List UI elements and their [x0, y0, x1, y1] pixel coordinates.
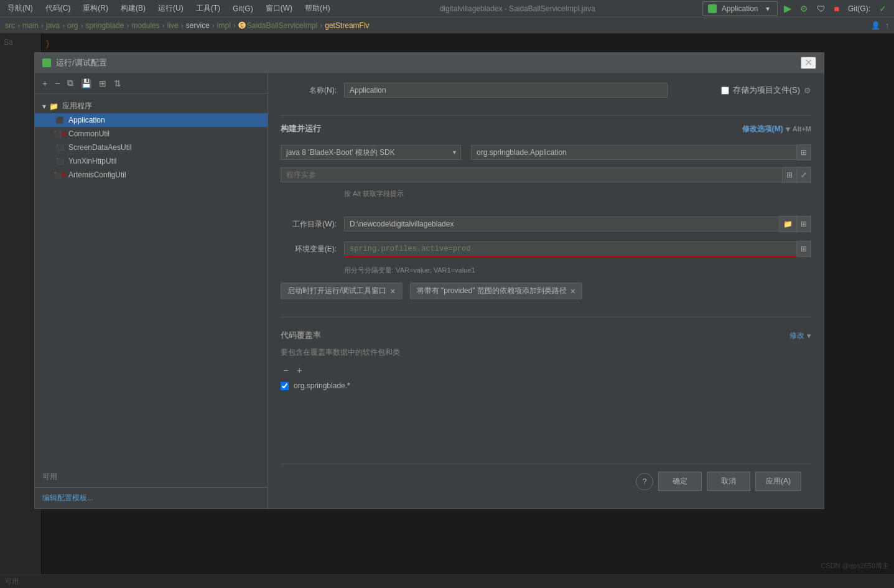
tree-item-application-label: Application: [68, 116, 105, 124]
coverage-item: org.springblade.*: [281, 380, 811, 391]
tag-run-debug-window: 启动时打开运行/调试工具窗口 ×: [281, 282, 403, 299]
app-icon: [708, 4, 717, 13]
tree-item-application[interactable]: ⬛ Application: [35, 113, 268, 127]
menu-build[interactable]: 构建(B): [118, 2, 148, 15]
help-button[interactable]: ?: [636, 473, 653, 490]
tree-item-commonutil[interactable]: ⬛✕ CommonUtil: [35, 127, 268, 141]
apply-button[interactable]: 应用(A): [755, 472, 801, 491]
breadcrumb-item-org[interactable]: org: [67, 21, 78, 30]
person-icon[interactable]: 👤: [871, 21, 880, 30]
expand-env-button[interactable]: ⊞: [797, 241, 811, 257]
save-config-button[interactable]: 💾: [78, 77, 94, 90]
menu-code[interactable]: 代码(C): [43, 2, 73, 15]
group-config-button[interactable]: ⊞: [96, 77, 109, 90]
build-run-label: 构建并运行: [281, 123, 321, 134]
remove-coverage-button[interactable]: −: [281, 364, 291, 376]
menu-help[interactable]: 帮助(H): [302, 2, 333, 15]
form-spacer: [281, 391, 811, 464]
tree-group-app: ▾ 📁 应用程序 ⬛ Application ⬛✕ Commo: [35, 96, 268, 184]
program-args-wrapper: ⊞ ⤢: [281, 167, 811, 183]
breadcrumb-item-service[interactable]: service: [186, 21, 210, 30]
menu-refactor[interactable]: 重构(R): [80, 2, 111, 15]
expand-args-button[interactable]: ⊞: [783, 167, 797, 183]
breadcrumb-item-modules[interactable]: modules: [131, 21, 159, 30]
copy-config-button[interactable]: ⧉: [65, 77, 76, 90]
menu-window[interactable]: 窗口(W): [263, 2, 295, 15]
build-run-title: 构建并运行 修改选项(M) ▾ Alt+M: [281, 123, 811, 137]
modify-shortcut: Alt+M: [793, 125, 811, 133]
sdk-select[interactable]: java 8 'BladeX-Boot' 模块的 SDK: [281, 145, 461, 160]
save-project-label: 存储为项目文件(S): [733, 85, 800, 96]
save-settings-icon[interactable]: ⚙: [804, 86, 811, 95]
window-title: digitalvillagebladex - SaidaBallServiceI…: [340, 3, 695, 14]
breadcrumb-method[interactable]: getStreamFlv: [325, 21, 369, 30]
coverage-modify-link[interactable]: 修改: [789, 330, 804, 341]
sort-config-button[interactable]: ⇅: [111, 77, 124, 90]
divider-1: [281, 115, 811, 116]
ok-button[interactable]: 确定: [658, 472, 702, 491]
config-toolbar: + − ⧉ 💾 ⊞ ⇅: [35, 73, 268, 94]
form-panel: 名称(N): 存储为项目文件(S) ⚙ 构建并运行 修改选项(M): [268, 73, 824, 508]
tree-item-artemisconfigutil-label: ArtemisConfigUtil: [68, 170, 126, 179]
tree-group-icon: 📁: [49, 101, 58, 111]
breadcrumb-item-main[interactable]: main: [22, 21, 39, 30]
menu-run[interactable]: 运行(U): [156, 2, 186, 15]
app-config-icon2: ⬛: [55, 142, 65, 152]
stop-button[interactable]: ■: [832, 2, 842, 15]
tree-group-header[interactable]: ▾ 📁 应用程序: [35, 99, 268, 113]
coverage-button[interactable]: 🛡: [814, 2, 828, 15]
edit-config-template-link[interactable]: 编辑配置模板...: [42, 493, 93, 502]
divider-2: [281, 317, 811, 317]
breadcrumb-class-icon: 🅒: [238, 21, 246, 30]
env-row: 环境变量(E): ⊞: [281, 241, 811, 257]
tree-item-yunxinhttputil[interactable]: ⬛ YunXinHttpUtil: [35, 154, 268, 168]
coverage-checkbox[interactable]: [281, 382, 289, 390]
debug-button[interactable]: ⚙: [798, 2, 811, 15]
config-panel: + − ⧉ 💾 ⊞ ⇅ ▾ 📁 应用程序 ⬛: [35, 73, 268, 508]
program-args-input[interactable]: [281, 167, 783, 182]
add-config-button[interactable]: +: [40, 77, 50, 90]
app-config-icon: ⬛: [55, 115, 65, 125]
alt-hint: 按 Alt 获取字段提示: [337, 189, 811, 198]
add-coverage-button[interactable]: +: [294, 364, 304, 376]
menu-tools[interactable]: 工具(T): [193, 2, 223, 15]
save-project-checkbox[interactable]: [721, 86, 729, 95]
menu-git[interactable]: Git(G): [230, 3, 256, 14]
tag1-close-button[interactable]: ×: [390, 287, 395, 296]
main-class-input[interactable]: [471, 145, 797, 160]
name-input[interactable]: [344, 83, 668, 98]
env-input[interactable]: [344, 241, 797, 257]
breadcrumb-item-springblade[interactable]: springblade: [85, 21, 124, 30]
tree-group-label: 应用程序: [62, 101, 92, 111]
tag2-close-button[interactable]: ×: [570, 287, 575, 296]
tree-item-artemisconfigutil[interactable]: ⬛✕ ArtemisConfigUtil: [35, 168, 268, 182]
remove-config-button[interactable]: −: [52, 77, 62, 90]
git-action-icon[interactable]: ↑: [885, 21, 889, 30]
browse-class-button[interactable]: ⊞: [797, 144, 811, 161]
tree-item-screendataaesutil[interactable]: ⬛ ScreenDataAesUtil: [35, 141, 268, 154]
modify-options-link[interactable]: 修改选项(M): [742, 124, 783, 134]
fullscreen-args-button[interactable]: ⤢: [797, 167, 811, 183]
breadcrumb-class-name[interactable]: SaidaBallServiceImpl: [247, 21, 317, 30]
expand-workdir-button[interactable]: ⊞: [797, 216, 811, 232]
git-commit-button[interactable]: ✓: [877, 2, 889, 15]
run-config-label: Application: [719, 3, 761, 14]
browse-workdir-button[interactable]: 📁: [780, 216, 797, 232]
coverage-subtitle: 要包含在覆盖率数据中的软件包和类: [281, 347, 811, 358]
breadcrumb-item-java[interactable]: java: [46, 21, 60, 30]
breadcrumb-item-impl[interactable]: impl: [217, 21, 231, 30]
tag1-label: 启动时打开运行/调试工具窗口: [287, 286, 386, 296]
dialog-footer: ? 确定 取消 应用(A): [281, 464, 811, 498]
breadcrumb-item-live[interactable]: live: [167, 21, 179, 30]
dialog-close-button[interactable]: ✕: [801, 57, 816, 69]
app-error-icon2: ⬛✕: [55, 170, 65, 180]
breadcrumb-item-src[interactable]: src: [5, 21, 15, 30]
modify-dropdown-icon: ▾: [786, 124, 790, 134]
cancel-button[interactable]: 取消: [707, 472, 750, 491]
menu-nav[interactable]: 导航(N): [5, 2, 35, 15]
env-label: 环境变量(E):: [281, 244, 337, 254]
run-button[interactable]: ▶: [781, 1, 794, 16]
workdir-input[interactable]: [344, 217, 780, 231]
run-config-button[interactable]: Application ▾: [702, 1, 778, 16]
name-label: 名称(N):: [281, 85, 337, 96]
